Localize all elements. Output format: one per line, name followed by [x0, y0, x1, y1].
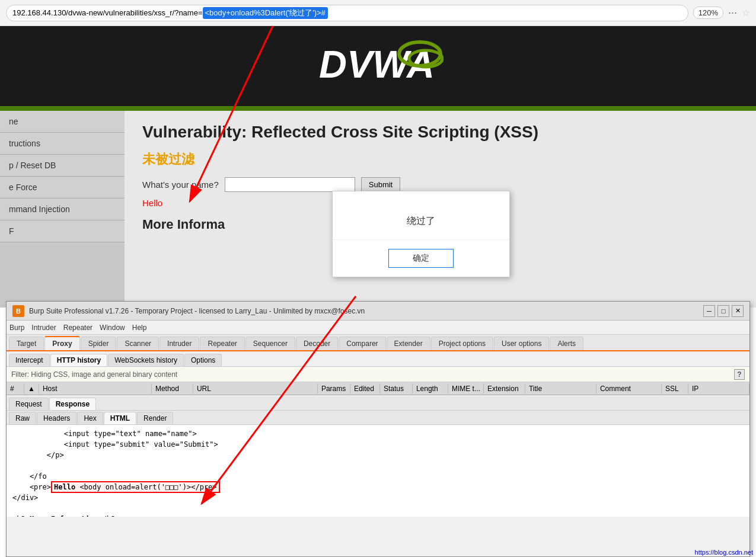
burp-app-icon: B: [12, 305, 24, 317]
name-input[interactable]: [225, 177, 355, 192]
subtab-websockets[interactable]: WebSockets history: [108, 354, 184, 366]
content-type-tabs: Raw Headers Hex HTML Render: [7, 411, 749, 425]
col-sort[interactable]: ▲: [24, 383, 39, 394]
col-params[interactable]: Params: [318, 383, 350, 394]
alert-footer: 确定: [333, 240, 509, 277]
tab-intruder[interactable]: Intruder: [160, 337, 199, 350]
watermark: https://blog.csdn.net: [695, 549, 753, 556]
zoom-level[interactable]: 120%: [693, 7, 723, 19]
col-host[interactable]: Host: [39, 383, 152, 394]
menu-intruder[interactable]: Intruder: [31, 324, 56, 332]
tab-hex[interactable]: Hex: [77, 412, 103, 424]
alert-message: 绕过了: [333, 191, 509, 240]
col-edited[interactable]: Edited: [350, 383, 380, 394]
minimize-button[interactable]: ─: [703, 305, 715, 317]
burp-titlebar: B Burp Suite Professional v1.7.26 - Temp…: [7, 302, 749, 321]
menu-repeater[interactable]: Repeater: [63, 324, 92, 332]
url-text-normal: 192.168.44.130/dvwa-new/vulnerabilities/…: [12, 8, 203, 17]
col-method[interactable]: Method: [152, 383, 193, 394]
col-ip[interactable]: IP: [688, 383, 749, 394]
col-extension[interactable]: Extension: [484, 383, 525, 394]
tab-target[interactable]: Target: [9, 337, 44, 350]
code-viewer: <input type="text" name="name"> <input t…: [7, 425, 749, 517]
tab-project-options[interactable]: Project options: [431, 337, 493, 350]
col-url[interactable]: URL: [193, 383, 318, 394]
dvwa-header: DVWA: [0, 26, 756, 106]
dvwa-main-content: Vulnerability: Reflected Cross Site Scri…: [125, 111, 756, 308]
dvwa-content: ne tructions p / Reset DB e Force mmand …: [0, 111, 756, 308]
tab-decoder[interactable]: Decoder: [296, 337, 338, 350]
close-button[interactable]: ✕: [732, 305, 744, 317]
tab-response[interactable]: Response: [49, 398, 96, 410]
col-status[interactable]: Status: [380, 383, 413, 394]
filter-bar: Filter: Hiding CSS, image and general bi…: [7, 367, 749, 382]
window-controls: ─ □ ✕: [703, 305, 744, 317]
code-line-5: </fo: [12, 471, 744, 482]
burp-title-text: Burp Suite Professional v1.7.26 - Tempor…: [29, 307, 698, 315]
code-line-1: <input type="text" name="name">: [12, 428, 744, 439]
subtab-intercept[interactable]: Intercept: [9, 354, 50, 366]
tab-raw[interactable]: Raw: [9, 412, 36, 424]
dvwa-sidebar: ne tructions p / Reset DB e Force mmand …: [0, 111, 125, 308]
code-line-2: <input type="submit" value="Submit">: [12, 439, 744, 450]
highlighted-code: Hello <body onload=alert('□□□')></pre>: [51, 481, 220, 493]
subtab-options[interactable]: Options: [184, 354, 222, 366]
filter-text: Filter: Hiding CSS, image and general bi…: [11, 370, 177, 379]
subtab-http-history[interactable]: HTTP history: [50, 354, 107, 366]
col-num[interactable]: #: [7, 383, 24, 394]
tab-sequencer[interactable]: Sequencer: [245, 337, 295, 350]
bookmark-icon[interactable]: ☆: [742, 7, 750, 18]
tab-spider[interactable]: Spider: [81, 337, 117, 350]
tab-scanner[interactable]: Scanner: [117, 337, 159, 350]
code-line-3: </p>: [12, 450, 744, 460]
tab-alerts[interactable]: Alerts: [550, 337, 583, 350]
menu-help[interactable]: Help: [132, 324, 147, 332]
browser-bar: 192.168.44.130/dvwa-new/vulnerabilities/…: [0, 0, 756, 26]
burp-menubar: Burp Intruder Repeater Window Help: [7, 321, 749, 335]
form-label: What's your name?: [142, 180, 219, 190]
tab-comparer[interactable]: Comparer: [339, 337, 385, 350]
code-line-9: <h2>More Information</h2>: [12, 514, 744, 517]
burp-subtabs: Intercept HTTP history WebSockets histor…: [7, 351, 749, 367]
sidebar-item-resetdb[interactable]: p / Reset DB: [0, 155, 125, 177]
code-line-4: [12, 460, 744, 471]
alert-dialog: 绕过了 确定: [332, 191, 510, 277]
code-line-8: [12, 503, 744, 514]
unfiltered-label: 未被过滤: [142, 151, 738, 168]
sidebar-item-ne[interactable]: ne: [0, 111, 125, 133]
col-length[interactable]: Length: [413, 383, 448, 394]
submit-button[interactable]: Submit: [361, 177, 400, 192]
alert-ok-button[interactable]: 确定: [388, 249, 454, 268]
address-bar[interactable]: 192.168.44.130/dvwa-new/vulnerabilities/…: [6, 5, 688, 21]
tab-request[interactable]: Request: [9, 398, 49, 410]
url-text-highlight: <body+onload%3Dalert('绕过了')>#: [203, 7, 328, 19]
burp-suite-window: B Burp Suite Professional v1.7.26 - Temp…: [6, 301, 750, 557]
more-options-button[interactable]: ···: [728, 7, 737, 19]
tab-html[interactable]: HTML: [104, 412, 136, 424]
col-title[interactable]: Title: [525, 383, 596, 394]
dvwa-logo: DVWA: [313, 36, 444, 96]
tab-render[interactable]: Render: [137, 412, 173, 424]
code-line-7: </div>: [12, 492, 744, 503]
sidebar-item-command-injection[interactable]: mmand Injection: [0, 199, 125, 220]
tab-headers[interactable]: Headers: [37, 412, 76, 424]
col-comment[interactable]: Comment: [596, 383, 662, 394]
sidebar-item-instructions[interactable]: tructions: [0, 133, 125, 155]
maximize-button[interactable]: □: [717, 305, 729, 317]
history-table-header: # ▲ Host Method URL Params Edited Status…: [7, 382, 749, 395]
sidebar-item-f[interactable]: F: [0, 220, 125, 242]
tab-user-options[interactable]: User options: [494, 337, 549, 350]
col-ssl[interactable]: SSL: [662, 383, 688, 394]
burp-main-tabs: Target Proxy Spider Scanner Intruder Rep…: [7, 335, 749, 351]
dvwa-website: DVWA ne tructions p / Reset DB e Force m…: [0, 26, 756, 308]
sidebar-item-brute-force[interactable]: e Force: [0, 177, 125, 199]
menu-burp[interactable]: Burp: [9, 324, 24, 332]
tab-extender[interactable]: Extender: [387, 337, 430, 350]
name-form-row: What's your name? Submit: [142, 177, 738, 192]
tab-proxy[interactable]: Proxy: [44, 336, 79, 350]
tab-repeater[interactable]: Repeater: [200, 337, 244, 350]
filter-help-button[interactable]: ?: [734, 369, 745, 380]
request-response-tabs: Request Response: [7, 396, 749, 411]
menu-window[interactable]: Window: [100, 324, 125, 332]
col-mime[interactable]: MIME t...: [448, 383, 484, 394]
